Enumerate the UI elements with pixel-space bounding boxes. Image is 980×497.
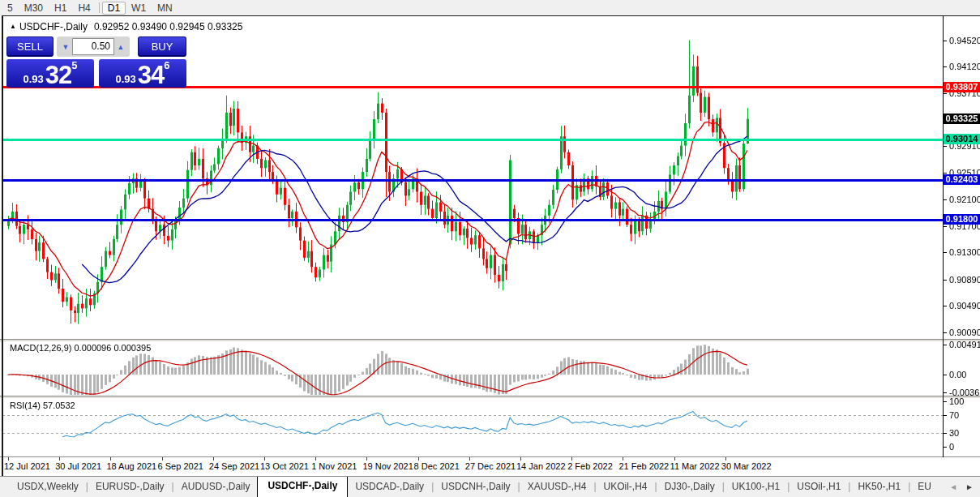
symbol-tab-dj30-daily[interactable]: DJ30-,Daily [657,477,722,497]
timeframe-button-m30[interactable]: M30 [19,2,49,15]
hline-price-label: 0.91800 [944,214,980,225]
sell-button[interactable]: SELL [6,36,53,57]
tab-scroll-arrows: ◄► [943,477,980,497]
date-tick [264,457,265,461]
symbol-tab-audusd-daily[interactable]: AUDUSD-,Daily [174,477,258,497]
rsi-axis-label: 0 [949,442,954,452]
date-tick [315,457,316,461]
date-label: 8 Dec 2021 [414,461,460,471]
date-label: 6 Sep 2021 [158,461,203,471]
symbol-tab-usdcnh-daily[interactable]: USDCNH-,Daily [434,477,517,497]
price-tick-label: 0.92100 [949,195,980,204]
symbol-tab-hk50-h1[interactable]: HK50-,H1 [850,477,908,497]
rsi-indicator-label: RSI(14) 57.0532 [10,401,75,410]
tab-scroll-left-icon[interactable]: ◄ [949,482,957,491]
date-label: 27 Dec 2021 [465,461,516,471]
price-tick-label: 0.94520 [949,36,980,45]
date-label: 12 Jul 2021 [4,461,50,471]
sell-price-prefix: 0.93 [23,73,43,86]
sell-price-pip: 5 [71,61,77,71]
symbol-tab-usdchf-daily[interactable]: USDCHF-,Daily [257,476,348,497]
date-tick [366,457,367,461]
symbol-tab-usdcad-daily[interactable]: USDCAD-,Daily [348,477,431,497]
date-label: 21 Feb 2022 [618,461,669,471]
date-tick [213,457,214,461]
date-tick [110,457,111,461]
rsi-axis-label: 100 [949,396,964,406]
date-tick [162,457,163,461]
symbol-tab-eurusd-daily[interactable]: EURUSD-,Daily [88,477,172,497]
sell-price-main: 32 [45,64,71,86]
timeframe-button-d1[interactable]: D1 [102,2,126,15]
date-label: 2 Feb 2022 [567,461,613,471]
date-label: 30 Mar 2022 [721,461,772,471]
symbol-tab-usoil-h1[interactable]: USOil-,H1 [790,477,848,497]
chart-title: ▲USDCHF-,Daily0.92952 0.93490 0.92945 0.… [10,21,242,32]
buy-button[interactable]: BUY [138,36,186,57]
volume-spinner: ▼ 0.50 ▲ [57,36,130,57]
price-tick-label: 0.94120 [949,62,980,71]
symbol-tab-uk100-h1[interactable]: UK100-,H1 [725,477,787,497]
date-tick [469,457,470,461]
symbol-tab-xauusd-h4[interactable]: XAUUSD-,H4 [520,477,594,497]
date-label: 19 Nov 2021 [362,461,413,471]
date-tick [520,457,521,461]
one-click-trading-panel: SELL ▼ 0.50 ▲ BUY 0.93 32 5 0.93 34 6 [6,36,186,88]
date-tick [674,457,675,461]
date-tick [59,457,60,461]
date-label: 13 Oct 2021 [260,461,309,471]
date-label: 1 Nov 2021 [311,461,357,471]
date-tick [571,457,572,461]
macd-axis-label: 0.004913 [949,340,980,349]
rsi-axis-label: 70 [949,410,959,420]
rsi-axis-label: 30 [949,428,959,438]
volume-increase-icon[interactable]: ▲ [114,39,127,54]
timeframe-button-w1[interactable]: W1 [126,2,152,15]
price-tick-label: 0.91300 [949,247,980,257]
timeframe-toolbar: 5M30H1H4D1W1MN [0,0,980,15]
date-label: 11 Mar 2022 [670,461,720,471]
toolbar-divider [99,2,100,13]
timeframe-button-h1[interactable]: H1 [49,2,72,15]
date-tick [8,457,9,461]
ohlc-values: 0.92952 0.93490 0.92945 0.93325 [94,21,243,32]
hline-price-label: 0.93807 [944,82,980,92]
price-tick-label: 0.90090 [949,328,980,337]
symbol-tab-eu[interactable]: EU [910,477,939,497]
date-tick [623,457,623,461]
timeframe-button-h4[interactable]: H4 [72,2,96,15]
buy-price-main: 34 [138,64,164,86]
price-tick-label: 0.90890 [949,275,980,285]
date-tick [418,457,419,461]
last-price-label: 0.93325 [944,114,980,124]
buy-price-prefix: 0.93 [115,73,135,86]
symbol-name: USDCHF-,Daily [19,21,88,32]
symbol-tab-ukoil-h4[interactable]: UKOil-,H4 [597,477,655,497]
tab-scroll-right-icon[interactable]: ► [965,482,974,491]
buy-price-box[interactable]: 0.93 34 6 [99,59,186,88]
date-tick [725,457,726,461]
macd-axis-label: 0.00 [949,370,966,379]
hline-price-label: 0.92403 [944,174,980,185]
timeframe-button-5[interactable]: 5 [2,2,19,15]
price-tick-label: 0.90490 [949,301,980,311]
date-axis: 12 Jul 202130 Jul 202118 Aug 20216 Sep 2… [0,457,980,475]
date-label: 30 Jul 2021 [55,461,101,471]
buy-price-pip: 6 [164,61,169,71]
symbol-marker-icon: ▲ [10,23,16,30]
timeframe-button-mn[interactable]: MN [152,2,178,15]
volume-input[interactable]: 0.50 [72,38,114,55]
date-label: 14 Jan 2022 [516,461,566,471]
volume-decrease-icon[interactable]: ▼ [59,39,72,54]
date-label: 24 Sep 2021 [209,461,259,471]
macd-indicator-label: MACD(12,26,9) 0.000096 0.000395 [10,343,151,353]
symbol-tab-usdx-weekly[interactable]: USDX,Weekly [10,477,86,497]
hline-price-label: 0.93014 [944,134,980,144]
symbol-tab-bar: USDX,Weekly|EURUSD-,Daily|AUDUSD-,DailyU… [0,476,980,497]
date-label: 18 Aug 2021 [106,461,156,471]
sell-price-box[interactable]: 0.93 32 5 [6,59,94,88]
